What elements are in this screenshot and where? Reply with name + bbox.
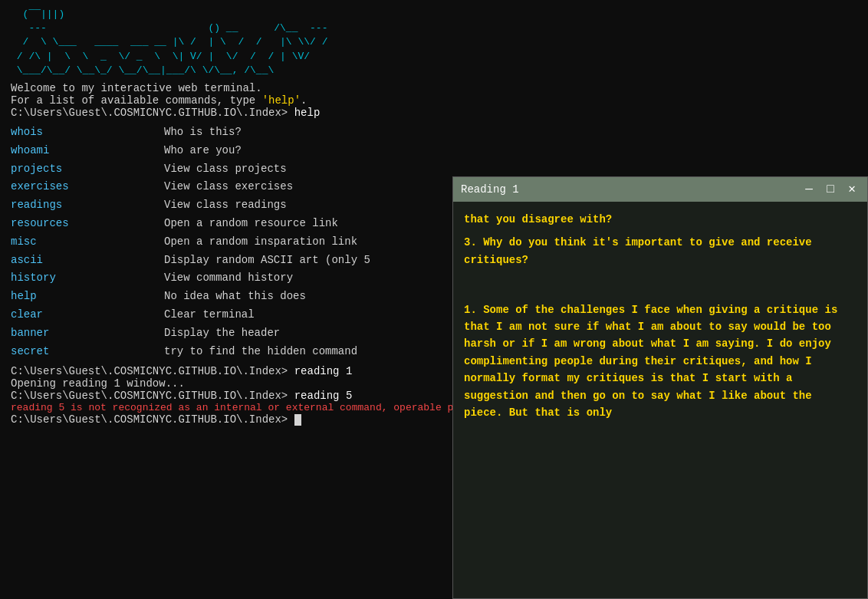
desc-clear: Clear terminal: [164, 306, 255, 324]
reading-answer-1: 1. Some of the challenges I face when gi…: [464, 301, 856, 422]
help-row-whois: whois Who is this?: [11, 123, 857, 142]
help-row-projects: projects View class projects: [11, 160, 857, 179]
desc-misc: Open a random insparation link: [164, 233, 357, 252]
window-controls: — □ ✕: [801, 183, 860, 196]
desc-exercises: View class exercises: [164, 178, 293, 196]
cmd-clear: clear: [11, 306, 164, 324]
reading-content: that you disagree with? 3. Why do you th…: [453, 202, 867, 598]
close-button[interactable]: ✕: [844, 183, 860, 196]
cmd-readings: readings: [11, 196, 164, 215]
desc-resources: Open a random resource link: [164, 215, 338, 233]
desc-whoami: Who are you?: [164, 142, 242, 160]
welcome-line-1: Welcome to my interactive web terminal.: [11, 82, 857, 94]
reading-question-2: that you disagree with?: [464, 211, 856, 228]
ascii-art-display: (¯¯|||) --- () __ /\__ --- / \ \___ ____…: [11, 8, 857, 77]
reading-question-3: 3. Why do you think it's important to gi…: [464, 234, 856, 268]
desc-whois: Who is this?: [164, 123, 242, 142]
cmd-secret: secret: [11, 343, 164, 361]
help-row-whoami: whoami Who are you?: [11, 142, 857, 160]
cmd-ascii: ascii: [11, 252, 164, 270]
cmd-projects: projects: [11, 160, 164, 179]
reading-titlebar: Reading 1 — □ ✕: [453, 177, 867, 202]
cmd-history: history: [11, 269, 164, 288]
cmd-misc: misc: [11, 233, 164, 252]
desc-readings: View class readings: [164, 196, 287, 215]
reading-title: Reading 1: [461, 183, 519, 196]
cmd-banner: banner: [11, 324, 164, 343]
cmd-resources: resources: [11, 215, 164, 233]
cmd-exercises: exercises: [11, 178, 164, 196]
minimize-button[interactable]: —: [801, 183, 817, 196]
cmd-help: help: [11, 288, 164, 306]
desc-ascii: Display random ASCII art (only 5: [164, 252, 370, 270]
desc-projects: View class projects: [164, 160, 287, 179]
welcome-line-2: For a list of available commands, type '…: [11, 94, 857, 107]
desc-help: No idea what this does: [164, 288, 306, 306]
desc-banner: Display the header: [164, 324, 280, 343]
cursor-blink: [294, 414, 301, 426]
maximize-button[interactable]: □: [823, 183, 838, 196]
cmd-whois: whois: [11, 123, 164, 142]
prompt-help: C:\Users\Guest\.COSMICNYC.GITHUB.IO\.Ind…: [11, 107, 857, 119]
cmd-whoami: whoami: [11, 142, 164, 160]
desc-history: View command history: [164, 269, 293, 288]
desc-secret: try to find the hidden command: [164, 343, 357, 361]
reading-window[interactable]: Reading 1 — □ ✕ that you disagree with? …: [452, 176, 868, 599]
